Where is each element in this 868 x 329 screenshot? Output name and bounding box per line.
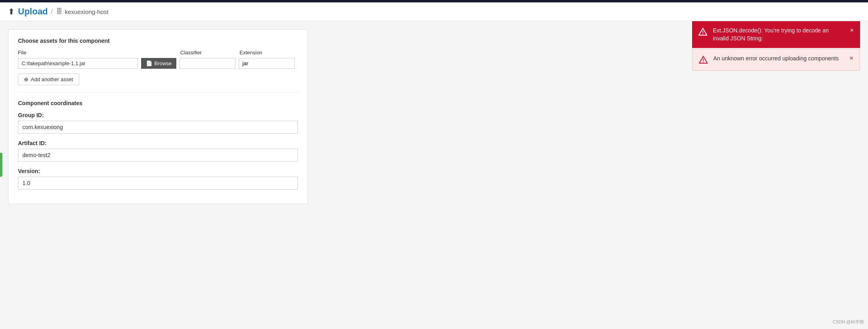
group-id-field-group: Group ID: (18, 112, 298, 134)
version-label: Version: (18, 168, 298, 174)
add-asset-button[interactable]: ⊕ Add another asset (18, 74, 79, 85)
svg-text:!: ! (702, 58, 704, 64)
toast-json-error-close[interactable]: × (850, 27, 854, 34)
notifications-panel: ! Ext.JSON.decode(): You're trying to de… (692, 21, 860, 71)
extension-col-label: Extension (239, 50, 295, 56)
header: ⬆ Upload / 🗄 kexuexiong-host (0, 2, 868, 21)
toast-unknown-error: ! An unknown error occurred uploading co… (692, 49, 860, 71)
browse-col-spacer (141, 50, 177, 56)
host-breadcrumb: 🗄 kexuexiong-host (56, 8, 108, 15)
group-id-input[interactable] (18, 121, 298, 134)
file-col-label: File (18, 50, 138, 56)
toast-json-error: ! Ext.JSON.decode(): You're trying to de… (692, 21, 860, 48)
file-input[interactable] (18, 58, 138, 69)
toast-json-error-text: Ext.JSON.decode(): You're trying to deco… (713, 27, 844, 42)
browse-doc-icon: 📄 (146, 60, 152, 66)
add-asset-label: Add another asset (31, 76, 73, 82)
breadcrumb-separator: / (51, 8, 53, 15)
add-circle-icon: ⊕ (24, 76, 28, 82)
version-field-group: Version: (18, 168, 298, 189)
form-panel: Choose assets for this component File Cl… (8, 29, 308, 204)
classifier-col-label: Classifier (180, 50, 236, 56)
section-divider (18, 92, 298, 93)
browse-label: Browse (154, 60, 172, 66)
extension-input[interactable] (239, 58, 295, 69)
db-icon: 🗄 (56, 8, 62, 15)
warning-triangle-icon: ! (699, 56, 708, 65)
svg-text:!: ! (702, 30, 704, 36)
host-label: kexuexiong-host (65, 8, 108, 15)
coords-section-title: Component coordinates (18, 100, 298, 106)
file-row: 📄 Browse (18, 58, 298, 69)
column-labels: File Classifier Extension (18, 50, 298, 56)
page-title: Upload (18, 6, 48, 17)
assets-section-title: Choose assets for this component (18, 38, 298, 44)
browse-button[interactable]: 📄 Browse (141, 58, 176, 69)
upload-icon: ⬆ (8, 7, 15, 16)
artifact-id-label: Artifact ID: (18, 140, 298, 146)
toast-unknown-error-text: An unknown error occurred uploading comp… (713, 55, 839, 63)
group-id-label: Group ID: (18, 112, 298, 118)
toast-unknown-error-close[interactable]: × (850, 55, 853, 62)
version-input[interactable] (18, 177, 298, 189)
artifact-id-field-group: Artifact ID: (18, 140, 298, 162)
error-triangle-icon: ! (698, 28, 707, 37)
artifact-id-input[interactable] (18, 149, 298, 162)
classifier-input[interactable] (180, 58, 235, 69)
